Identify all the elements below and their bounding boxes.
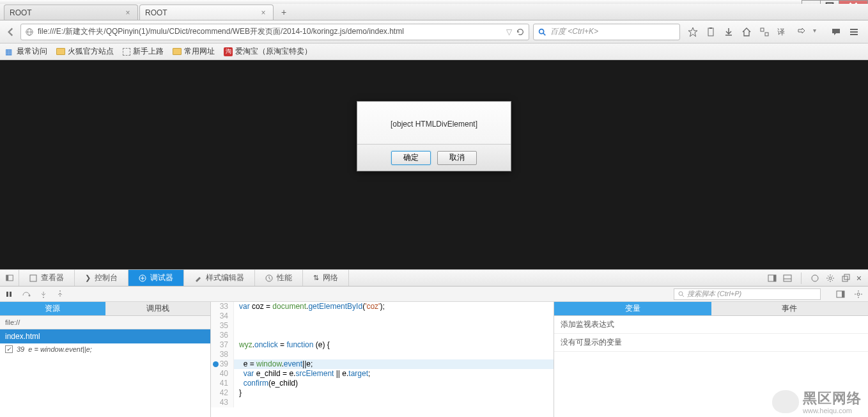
tab-debugger[interactable]: 调试器 — [128, 270, 184, 286]
code-line[interactable]: 42} — [211, 388, 554, 398]
taobao-icon: 淘 — [224, 47, 233, 56]
panel-icon[interactable] — [768, 274, 777, 283]
close-devtools-icon[interactable]: × — [856, 273, 862, 283]
tab-events[interactable]: 事件 — [711, 302, 869, 316]
toggle-panel-icon[interactable] — [836, 290, 845, 299]
tab-network[interactable]: ⇅网络 — [303, 270, 349, 286]
download-icon[interactable] — [724, 27, 734, 37]
back-icon[interactable] — [5, 26, 17, 38]
dialog-message: [object HTMLDivElement] — [357, 102, 511, 144]
svg-rect-32 — [10, 292, 12, 297]
new-tab-button[interactable]: + — [277, 6, 290, 19]
options-icon[interactable] — [810, 274, 819, 283]
tab-inspector[interactable]: 查看器 — [19, 270, 75, 286]
devtools: 查看器 ❯控制台 调试器 样式编辑器 性能 ⇅网络 × 搜索脚本 (Ctrl+P… — [0, 269, 868, 417]
confirm-dialog: [object HTMLDivElement] 确定 取消 — [357, 101, 511, 171]
bookmark-taobao[interactable]: 淘爱淘宝（原淘宝特卖） — [224, 46, 312, 57]
sources-pane: 资源 调用栈 file:// index.html ✓ 39 e = windo… — [0, 302, 211, 417]
tab-performance[interactable]: 性能 — [255, 270, 303, 286]
step-over-icon[interactable] — [22, 290, 31, 298]
bookmark-frequent[interactable]: ▦最常访问 — [5, 46, 47, 57]
code-line[interactable]: 35 — [211, 321, 554, 331]
code-line[interactable]: 37wyz.onclick = function (e) { — [211, 340, 554, 350]
comment-icon[interactable] — [831, 27, 841, 37]
svg-rect-11 — [761, 28, 764, 31]
browser-tab-active[interactable]: ROOT × — [139, 4, 274, 20]
code-line[interactable]: 34 — [211, 311, 554, 321]
svg-rect-18 — [30, 275, 36, 281]
gear-icon[interactable] — [826, 274, 835, 283]
reload-icon[interactable] — [516, 28, 525, 36]
ok-button[interactable]: 确定 — [391, 151, 431, 165]
bookmark-firefox[interactable]: 火狐官方站点 — [56, 46, 114, 57]
breakpoint-icon[interactable] — [213, 361, 219, 367]
tab-strip: ROOT × ROOT × + — [0, 4, 868, 20]
tab-console[interactable]: ❯控制台 — [75, 270, 128, 286]
clipboard-icon[interactable] — [706, 27, 716, 37]
browser-tab[interactable]: ROOT × — [4, 4, 138, 20]
breakpoint-row[interactable]: ✓ 39 e = window.event||e; — [0, 343, 210, 355]
code-line[interactable]: 38 — [211, 350, 554, 359]
tab-callstack[interactable]: 调用栈 — [105, 302, 211, 316]
tab-style-editor[interactable]: 样式编辑器 — [184, 270, 255, 286]
bookmark-common[interactable]: 常用网址 — [173, 46, 215, 57]
code-line[interactable]: 33var coz = document.getElementById('coz… — [211, 302, 554, 311]
svg-line-37 — [682, 295, 684, 297]
code-line[interactable]: 43 — [211, 398, 554, 407]
code-line[interactable]: 40 var e_child = e.srcElement || e.targe… — [211, 369, 554, 379]
file-host: file:// — [0, 316, 210, 329]
code-line[interactable]: 41 confirm(e_child) — [211, 379, 554, 388]
url-text: file:///E:/新建文件夹/QQPinyin(1)/mulu/CDict/… — [38, 26, 502, 37]
chevron-down-icon[interactable]: ▾ — [813, 27, 823, 37]
svg-rect-17 — [6, 275, 8, 281]
grid-icon: ▦ — [5, 47, 14, 56]
translate-icon[interactable]: 译 — [777, 27, 787, 37]
step-in-icon[interactable] — [40, 290, 47, 298]
svg-rect-25 — [784, 275, 791, 281]
menu-icon[interactable] — [849, 27, 859, 37]
screenshot-icon[interactable] — [759, 27, 770, 37]
tab-sources[interactable]: 资源 — [0, 302, 105, 316]
home-icon[interactable] — [741, 27, 752, 37]
bookmark-novice[interactable]: 新手上路 — [123, 46, 164, 57]
svg-point-40 — [857, 293, 860, 295]
page-content: [object HTMLDivElement] 确定 取消 — [0, 60, 868, 269]
add-watch[interactable]: 添加监视表达式 — [554, 316, 868, 334]
debugger-gear-icon[interactable] — [854, 290, 863, 299]
dropdown-icon[interactable]: ▽ — [506, 28, 512, 36]
script-search[interactable]: 搜索脚本 (Ctrl+P) — [674, 288, 821, 300]
style-icon — [194, 274, 202, 282]
svg-rect-12 — [765, 33, 768, 36]
code-editor[interactable]: 33var coz = document.getElementById('coz… — [211, 302, 554, 417]
pause-icon[interactable] — [5, 290, 13, 298]
devtools-tabs: 查看器 ❯控制台 调试器 样式编辑器 性能 ⇅网络 × — [0, 270, 868, 287]
search-engine-icon — [538, 28, 546, 36]
debugger-icon — [139, 274, 146, 282]
tab-variables[interactable]: 变量 — [554, 302, 711, 316]
star-icon[interactable] — [688, 27, 698, 37]
svg-rect-29 — [842, 276, 848, 281]
separator — [801, 272, 802, 284]
popout-icon[interactable] — [841, 274, 850, 283]
bookmarks-bar: ▦最常访问 火狐官方站点 新手上路 常用网址 淘爱淘宝（原淘宝特卖） — [0, 43, 868, 60]
toolbar-icons: 译 ▾ — [684, 27, 863, 37]
svg-point-33 — [29, 294, 31, 296]
cancel-button[interactable]: 取消 — [437, 151, 477, 165]
dialog-buttons: 确定 取消 — [357, 144, 511, 171]
svg-point-28 — [829, 277, 832, 279]
code-line[interactable]: 39 e = window.event||e; — [211, 359, 554, 369]
checkbox-icon[interactable]: ✓ — [5, 345, 13, 353]
share-icon[interactable] — [795, 27, 805, 37]
step-out-icon[interactable] — [56, 290, 64, 298]
network-icon: ⇅ — [313, 274, 319, 282]
tab-close-icon[interactable]: × — [259, 8, 268, 17]
split-icon[interactable] — [783, 274, 792, 283]
tab-close-icon[interactable]: × — [123, 8, 132, 17]
svg-rect-30 — [844, 274, 849, 279]
folder-icon — [173, 48, 182, 55]
code-line[interactable]: 36 — [211, 331, 554, 340]
url-bar[interactable]: file:///E:/新建文件夹/QQPinyin(1)/mulu/CDict/… — [20, 24, 529, 40]
search-bar[interactable]: 百度 <Ctrl+K> — [533, 24, 680, 40]
file-selected[interactable]: index.html — [0, 329, 210, 343]
dock-icon[interactable] — [0, 270, 19, 286]
